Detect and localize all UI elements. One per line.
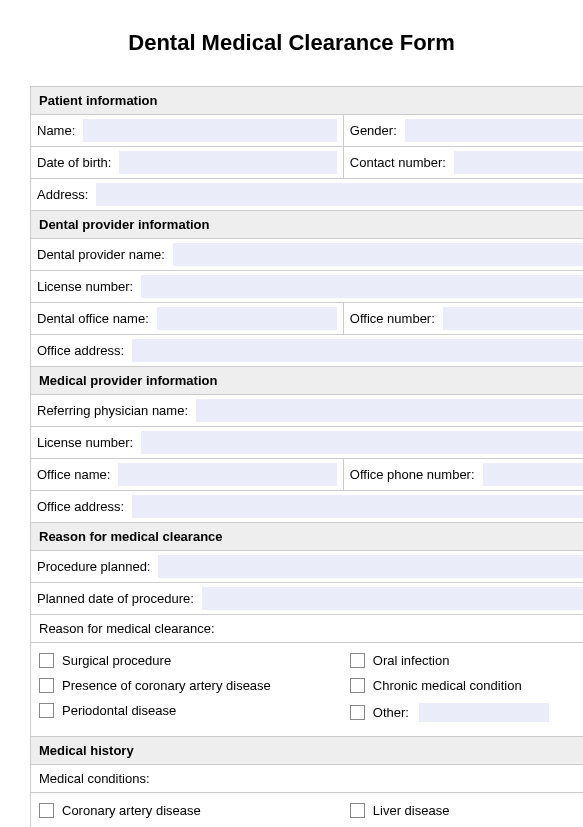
input-medical-license[interactable] bbox=[141, 431, 583, 454]
label-reason-clearance: Reason for medical clearance: bbox=[31, 615, 584, 643]
label-periodontal: Periodontal disease bbox=[62, 703, 176, 718]
label-dental-office-number: Office number: bbox=[350, 311, 439, 326]
label-dental-license: License number: bbox=[37, 279, 137, 294]
label-planned-date: Planned date of procedure: bbox=[37, 591, 198, 606]
label-medical-office-address: Office address: bbox=[37, 499, 128, 514]
label-conditions: Medical conditions: bbox=[31, 765, 584, 793]
input-medical-office-name[interactable] bbox=[118, 463, 336, 486]
input-dental-provider[interactable] bbox=[173, 243, 583, 266]
section-dental-header: Dental provider information bbox=[31, 211, 584, 239]
input-dental-office-name[interactable] bbox=[157, 307, 337, 330]
label-h-cad: Coronary artery disease bbox=[62, 803, 201, 818]
checkbox-periodontal[interactable] bbox=[39, 703, 54, 718]
form-table: Patient information Name: Gender: Date o… bbox=[30, 86, 583, 827]
checkbox-chronic[interactable] bbox=[350, 678, 365, 693]
section-medical-header: Medical provider information bbox=[31, 367, 584, 395]
input-medical-office-address[interactable] bbox=[132, 495, 583, 518]
checkbox-surgical[interactable] bbox=[39, 653, 54, 668]
label-address: Address: bbox=[37, 187, 92, 202]
input-physician[interactable] bbox=[196, 399, 583, 422]
label-dental-office-address: Office address: bbox=[37, 343, 128, 358]
input-address[interactable] bbox=[96, 183, 583, 206]
checkbox-cad[interactable] bbox=[39, 678, 54, 693]
label-medical-office-phone: Office phone number: bbox=[350, 467, 479, 482]
input-planned-date[interactable] bbox=[202, 587, 583, 610]
checkbox-item: Oral infection bbox=[350, 653, 583, 668]
input-medical-office-phone[interactable] bbox=[483, 463, 583, 486]
input-name[interactable] bbox=[83, 119, 336, 142]
input-gender[interactable] bbox=[405, 119, 583, 142]
checkbox-liver[interactable] bbox=[350, 803, 365, 818]
input-dental-office-address[interactable] bbox=[132, 339, 583, 362]
checkbox-item: Chronic medical condition bbox=[350, 678, 583, 693]
checkbox-oral-infection[interactable] bbox=[350, 653, 365, 668]
section-history-header: Medical history bbox=[31, 737, 584, 765]
page-title: Dental Medical Clearance Form bbox=[30, 30, 553, 56]
checkbox-item: Surgical procedure bbox=[39, 653, 350, 668]
label-gender: Gender: bbox=[350, 123, 401, 138]
label-medical-office-name: Office name: bbox=[37, 467, 114, 482]
label-contact: Contact number: bbox=[350, 155, 450, 170]
reason-checkbox-grid: Surgical procedure Presence of coronary … bbox=[39, 653, 583, 722]
checkbox-item: Coronary artery disease bbox=[39, 803, 350, 818]
checkbox-reason-other[interactable] bbox=[350, 705, 365, 720]
label-surgical: Surgical procedure bbox=[62, 653, 171, 668]
input-contact[interactable] bbox=[454, 151, 583, 174]
section-reason-header: Reason for medical clearance bbox=[31, 523, 584, 551]
input-dob[interactable] bbox=[119, 151, 336, 174]
label-dob: Date of birth: bbox=[37, 155, 115, 170]
label-oral-infection: Oral infection bbox=[373, 653, 450, 668]
checkbox-item: Liver disease bbox=[350, 803, 583, 818]
label-procedure: Procedure planned: bbox=[37, 559, 154, 574]
checkbox-h-cad[interactable] bbox=[39, 803, 54, 818]
input-dental-office-number[interactable] bbox=[443, 307, 583, 330]
label-cad: Presence of coronary artery disease bbox=[62, 678, 271, 693]
label-dental-office-name: Dental office name: bbox=[37, 311, 153, 326]
section-patient-header: Patient information bbox=[31, 87, 584, 115]
label-name: Name: bbox=[37, 123, 79, 138]
checkbox-item: Periodontal disease bbox=[39, 703, 350, 718]
input-procedure[interactable] bbox=[158, 555, 583, 578]
checkbox-item: Other: bbox=[350, 703, 583, 722]
label-dental-provider: Dental provider name: bbox=[37, 247, 169, 262]
label-medical-license: License number: bbox=[37, 435, 137, 450]
input-dental-license[interactable] bbox=[141, 275, 583, 298]
history-checkbox-grid: Coronary artery disease Hypertension Dia… bbox=[39, 803, 583, 827]
label-liver: Liver disease bbox=[373, 803, 450, 818]
label-physician: Referring physician name: bbox=[37, 403, 192, 418]
checkbox-item: Presence of coronary artery disease bbox=[39, 678, 350, 693]
label-chronic: Chronic medical condition bbox=[373, 678, 522, 693]
input-reason-other[interactable] bbox=[419, 703, 549, 722]
label-reason-other: Other: bbox=[373, 705, 409, 720]
